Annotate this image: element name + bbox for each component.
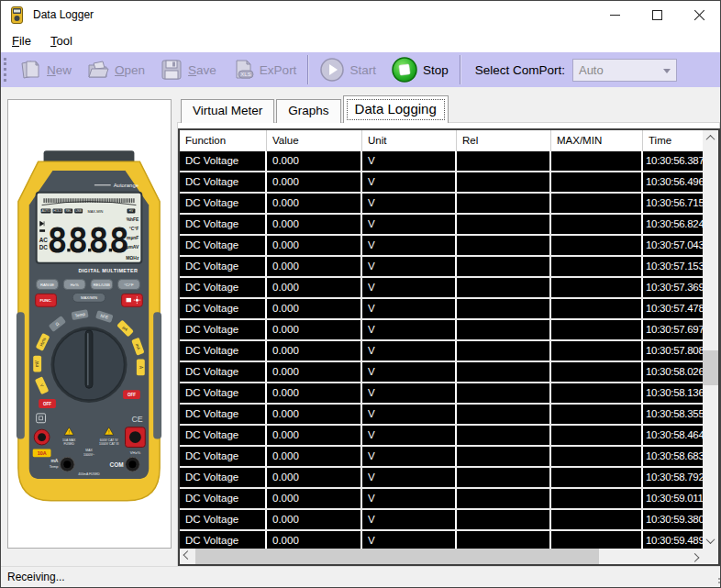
scroll-right-button[interactable] <box>687 549 703 564</box>
resize-grip[interactable] <box>715 582 716 583</box>
svg-text:10A MAX: 10A MAX <box>62 438 76 442</box>
toolbar-grip[interactable] <box>4 58 6 82</box>
cell-maxmin <box>551 194 643 213</box>
column-header-unit[interactable]: Unit <box>362 130 457 151</box>
title-bar: Data Logger <box>1 1 720 28</box>
stop-button[interactable]: Stop <box>383 54 456 85</box>
cell-value: 0.000 <box>267 531 362 549</box>
cell-function: DC Voltage <box>180 362 267 382</box>
svg-text:HOLD: HOLD <box>53 209 62 213</box>
vertical-scroll-thumb[interactable] <box>703 350 718 385</box>
tab-virtual-meter[interactable]: Virtual Meter <box>181 99 274 123</box>
table-row[interactable]: DC Voltage0.000V10:30:59.011 <box>180 489 703 510</box>
table-row[interactable]: DC Voltage0.000V10:30:57.369 <box>180 278 703 299</box>
table-row[interactable]: DC Voltage0.000V10:30:58.026 <box>180 362 703 383</box>
table-row[interactable]: DC Voltage0.000V10:30:59.380 <box>180 510 703 531</box>
svg-text:REL/USB: REL/USB <box>94 283 110 287</box>
new-button[interactable]: New <box>11 54 79 85</box>
cell-function: DC Voltage <box>180 468 267 487</box>
table-row[interactable]: DC Voltage0.000V10:30:57.697 <box>180 320 703 341</box>
table-row[interactable]: DC Voltage0.000V10:30:56.824 <box>180 215 703 236</box>
svg-text:AUTO: AUTO <box>41 209 50 213</box>
table-row[interactable]: DC Voltage0.000V10:30:57.478 <box>180 299 703 320</box>
cell-rel <box>457 320 551 339</box>
cell-rel <box>457 468 551 487</box>
column-header-rel[interactable]: Rel <box>457 130 551 151</box>
table-row[interactable]: DC Voltage0.000V10:30:59.489 <box>180 531 703 549</box>
scroll-up-button[interactable] <box>703 130 718 146</box>
export-button[interactable]: XLS ExPort <box>224 54 305 85</box>
tab-data-logging[interactable]: Data Logging <box>343 95 449 123</box>
cell-unit: V <box>362 468 457 487</box>
save-button[interactable]: Save <box>152 54 224 85</box>
chevron-up-icon <box>706 135 715 144</box>
column-header-function[interactable]: Function <box>180 130 267 151</box>
cell-value: 0.000 <box>267 468 362 487</box>
close-button[interactable] <box>678 1 720 28</box>
cell-rel <box>457 510 551 529</box>
comport-label: Select ComPort: <box>475 63 565 77</box>
table-row[interactable]: DC Voltage0.000V10:30:56.496 <box>180 172 703 194</box>
table-row[interactable]: DC Voltage0.000V10:30:56.715 <box>180 194 703 215</box>
table-row[interactable]: DC Voltage0.000V10:30:58.683 <box>180 447 703 468</box>
cell-value: 0.000 <box>267 172 362 192</box>
cell-time: 10:30:59.380 <box>643 510 703 529</box>
scroll-left-button[interactable] <box>180 549 195 564</box>
meter-lcd: AUTO HOLD REL USB MAX-MIN HV 8888 AC DC <box>37 193 142 263</box>
menu-file[interactable]: File <box>4 31 39 50</box>
cell-unit: V <box>362 341 457 361</box>
cell-maxmin <box>551 299 643 318</box>
cell-function: DC Voltage <box>180 215 267 234</box>
minimize-button[interactable] <box>593 1 636 28</box>
cell-function: DC Voltage <box>180 194 267 213</box>
svg-text:µmAV: µmAV <box>127 245 139 250</box>
open-button[interactable]: Open <box>79 54 152 85</box>
table-row[interactable]: DC Voltage0.000V10:30:58.136 <box>180 383 703 405</box>
cell-function: DC Voltage <box>180 383 267 403</box>
tab-graphs-label: Graphs <box>288 104 328 117</box>
maximize-icon <box>652 10 662 20</box>
cell-maxmin <box>551 236 643 255</box>
svg-text:REL: REL <box>65 209 72 213</box>
tab-graphs[interactable]: Graphs <box>276 99 340 123</box>
table-row[interactable]: DC Voltage0.000V10:30:56.387 <box>180 151 703 172</box>
vertical-scrollbar[interactable] <box>703 130 718 549</box>
maximize-button[interactable] <box>636 1 678 28</box>
horizontal-scroll-thumb[interactable] <box>195 549 599 564</box>
table-row[interactable]: DC Voltage0.000V10:30:57.153 <box>180 257 703 278</box>
cell-unit: V <box>362 194 457 213</box>
svg-text:1000V CAT III: 1000V CAT III <box>99 442 118 446</box>
cell-maxmin <box>551 383 643 403</box>
dropdown-arrow-icon <box>663 69 671 73</box>
horizontal-scrollbar[interactable] <box>180 549 703 564</box>
comport-select[interactable]: Auto <box>572 59 677 82</box>
table-row[interactable]: DC Voltage0.000V10:30:57.043 <box>180 236 703 257</box>
scroll-down-button[interactable] <box>703 533 718 549</box>
app-icon <box>11 6 23 24</box>
table-row[interactable]: DC Voltage0.000V10:30:58.464 <box>180 426 703 447</box>
cell-rel <box>457 489 551 508</box>
column-header-maxmin[interactable]: MAX/MIN <box>551 130 643 151</box>
cell-value: 0.000 <box>267 151 362 171</box>
svg-text:!: ! <box>108 430 109 435</box>
column-header-time[interactable]: Time <box>643 130 703 151</box>
table-row[interactable]: DC Voltage0.000V10:30:58.355 <box>180 405 703 426</box>
cell-value: 0.000 <box>267 426 362 445</box>
close-icon <box>693 9 705 21</box>
cell-value: 0.000 <box>267 489 362 508</box>
cell-value: 0.000 <box>267 405 362 424</box>
cell-maxmin <box>551 341 643 361</box>
status-bar: Receiving... <box>1 566 720 587</box>
new-document-icon <box>18 58 42 82</box>
svg-text:FUSED: FUSED <box>63 442 74 446</box>
svg-text:mµnF: mµnF <box>127 236 139 240</box>
menu-tool[interactable]: Tool <box>42 31 81 50</box>
svg-text:USB: USB <box>75 209 83 213</box>
table-row[interactable]: DC Voltage0.000V10:30:58.792 <box>180 468 703 489</box>
table-row[interactable]: DC Voltage0.000V10:30:57.808 <box>180 341 703 362</box>
cell-unit: V <box>362 362 457 382</box>
start-button[interactable]: Start <box>312 54 383 85</box>
start-play-icon <box>319 57 345 83</box>
save-label: Save <box>188 63 216 77</box>
column-header-value[interactable]: Value <box>267 130 362 151</box>
